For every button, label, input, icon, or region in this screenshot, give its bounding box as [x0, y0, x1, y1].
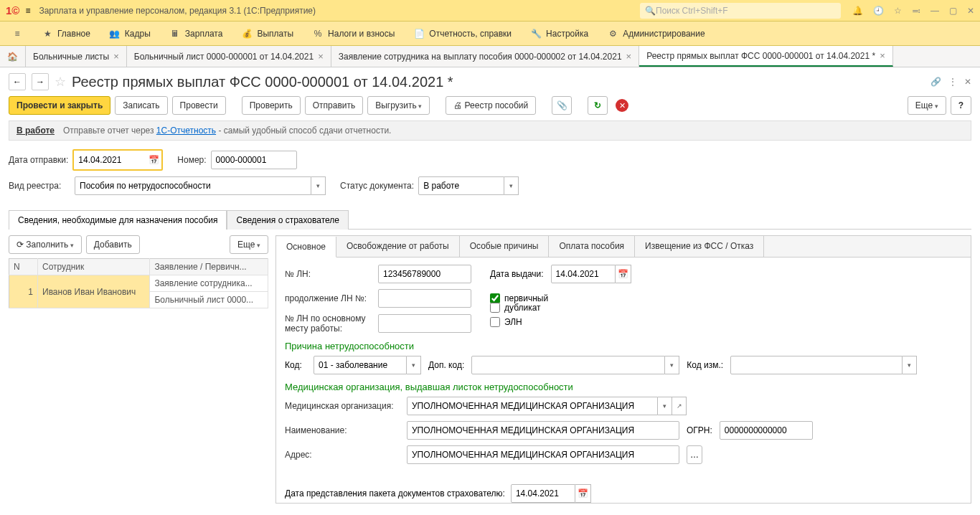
footer-row: Дата представления пакета документов стр… — [276, 477, 971, 503]
save-button[interactable]: Записать — [115, 96, 167, 115]
more-button[interactable]: Еще — [908, 96, 946, 115]
code-input[interactable] — [314, 356, 407, 374]
primary-checkbox[interactable]: первичный — [490, 293, 548, 303]
footer-date-input[interactable] — [511, 484, 575, 503]
tab-1[interactable]: Больничный лист 0000-000001 от 14.04.202… — [127, 46, 331, 67]
toolbar: Провести и закрыть Записать Провести Про… — [0, 93, 980, 118]
help-button[interactable]: ? — [951, 96, 971, 115]
inner-tab-0[interactable]: Сведения, необходимые для назначения пос… — [9, 210, 227, 230]
dropdown-icon[interactable]: ▾ — [665, 356, 679, 374]
detail-tab-4[interactable]: Извещение из ФСС / Отказ — [635, 236, 764, 257]
menu-vyplaty[interactable]: 💰Выплаты — [232, 24, 302, 44]
addcode-input[interactable] — [471, 356, 665, 374]
duplicate-checkbox[interactable]: дубликат — [490, 303, 541, 313]
nav-back-button[interactable]: ← — [9, 73, 26, 90]
post-close-button[interactable]: Провести и закрыть — [9, 96, 110, 115]
doc-status-input[interactable] — [418, 176, 504, 195]
dropdown-icon[interactable]: ▾ — [903, 356, 917, 374]
close-doc-icon[interactable]: ✕ — [964, 77, 971, 87]
type-input[interactable] — [75, 176, 311, 195]
detail-tab-0[interactable]: Основное — [276, 237, 336, 258]
tab-close[interactable]: × — [318, 51, 324, 62]
history-icon[interactable]: 🕘 — [873, 6, 884, 16]
filter-icon[interactable]: ≕ — [912, 6, 920, 16]
tab-0[interactable]: Больничные листы× — [26, 46, 127, 67]
dropdown-icon[interactable]: ▾ — [311, 176, 326, 195]
med-org-input[interactable] — [407, 397, 658, 415]
registry-button[interactable]: 🖨 Реестр пособий — [446, 96, 536, 115]
eln-checkbox[interactable]: ЭЛН — [490, 317, 541, 327]
col-app: Заявление / Первичн... — [150, 259, 268, 275]
post-button[interactable]: Провести — [172, 96, 226, 115]
link-icon[interactable]: 🔗 — [930, 77, 941, 87]
minimize-icon[interactable]: — — [930, 6, 939, 16]
ogrn-input[interactable] — [720, 421, 813, 440]
status-label[interactable]: В работе — [17, 126, 55, 136]
tab-close[interactable]: × — [113, 51, 119, 62]
close-icon[interactable]: ✕ — [967, 6, 974, 16]
menu-burger[interactable]: ≡ — [3, 24, 32, 44]
hamburger-icon[interactable]: ≡ — [25, 6, 30, 16]
addr-ellipsis-button[interactable]: … — [687, 445, 702, 464]
titlebar: 1© ≡ Зарплата и управление персоналом, р… — [0, 0, 980, 22]
detail-tab-2[interactable]: Особые причины — [460, 236, 550, 257]
ln-label: № ЛН: — [285, 269, 371, 279]
calendar-icon[interactable]: 📅 — [616, 265, 631, 283]
fill-button[interactable]: ⟳ Заполнить — [9, 235, 82, 254]
main-place-label: № ЛН по основному месту работы: — [285, 313, 371, 334]
tab-3[interactable]: Реестр прямых выплат ФСС 0000-000001 от … — [639, 46, 893, 67]
maximize-icon[interactable]: ▢ — [949, 6, 957, 16]
home-tab[interactable]: 🏠 — [0, 46, 26, 67]
nav-forward-button[interactable]: → — [32, 73, 49, 90]
attach-button[interactable]: 📎 — [552, 96, 572, 115]
tab-2[interactable]: Заявление сотрудника на выплату пособия … — [331, 46, 639, 67]
add-button[interactable]: Добавить — [86, 235, 140, 254]
ln-input[interactable] — [378, 265, 471, 283]
employees-table[interactable]: N Сотрудник Заявление / Первичн... 1 Ива… — [9, 258, 268, 308]
search-input[interactable]: 🔍 Поиск Ctrl+Shift+F — [640, 3, 841, 19]
detail-tab-3[interactable]: Оплата пособия — [549, 236, 635, 257]
bell-icon[interactable]: 🔔 — [852, 6, 863, 16]
open-icon[interactable]: ↗ — [672, 397, 687, 415]
tab-close[interactable]: × — [626, 51, 632, 62]
refresh-button[interactable]: ↻ — [588, 96, 608, 115]
status-link[interactable]: 1С-Отчетность — [156, 126, 216, 136]
col-emp: Сотрудник — [38, 259, 150, 275]
calendar-icon[interactable]: 📅 — [575, 484, 591, 503]
cancel-button[interactable]: ✕ — [612, 96, 632, 115]
med-heading: Медицинская организация, выдавшая листок… — [285, 382, 962, 392]
cont-input[interactable] — [378, 289, 471, 308]
app-title: Зарплата и управление персоналом, редакц… — [39, 6, 640, 16]
menu-kadry[interactable]: 👥Кадры — [100, 24, 159, 44]
inner-tab-1[interactable]: Сведения о страхователе — [227, 210, 349, 230]
left-more-button[interactable]: Еще — [230, 235, 268, 254]
issue-date-input[interactable] — [551, 265, 616, 283]
calendar-icon[interactable]: 📅 — [146, 151, 161, 169]
check-button[interactable]: Проверить — [242, 96, 301, 115]
menu-otchetnost[interactable]: 📄Отчетность, справки — [405, 24, 520, 44]
tab-close[interactable]: × — [880, 50, 885, 61]
dropdown-icon[interactable]: ▾ — [504, 176, 519, 195]
menu-zarplata[interactable]: 🖩Зарплата — [161, 24, 232, 44]
detail-tab-1[interactable]: Освобождение от работы — [336, 236, 460, 257]
name-label: Наименование: — [285, 425, 400, 435]
main-place-input[interactable] — [378, 314, 471, 333]
number-input[interactable] — [211, 151, 297, 169]
upload-button[interactable]: Выгрузить — [367, 96, 430, 115]
dropdown-icon[interactable]: ▾ — [407, 356, 421, 374]
changecode-input[interactable] — [730, 356, 903, 374]
favorite-icon[interactable]: ☆ — [55, 74, 66, 90]
addr-input[interactable] — [407, 445, 679, 464]
menu-admin[interactable]: ⚙Администрирование — [598, 24, 713, 44]
star-icon[interactable]: ☆ — [894, 6, 902, 16]
date-input[interactable] — [74, 151, 146, 169]
tabs-bar: 🏠 Больничные листы× Больничный лист 0000… — [0, 46, 980, 67]
send-button[interactable]: Отправить — [305, 96, 364, 115]
more-icon[interactable]: ⋮ — [948, 77, 957, 87]
menu-main[interactable]: ★Главное — [33, 24, 99, 44]
name-input[interactable] — [407, 421, 679, 440]
dropdown-icon[interactable]: ▾ — [658, 397, 672, 415]
menu-nalogi[interactable]: %Налоги и взносы — [303, 24, 403, 44]
menu-nastroyka[interactable]: 🔧Настройка — [522, 24, 597, 44]
table-row[interactable]: 1 Иванов Иван Иванович Заявление сотрудн… — [9, 275, 268, 292]
